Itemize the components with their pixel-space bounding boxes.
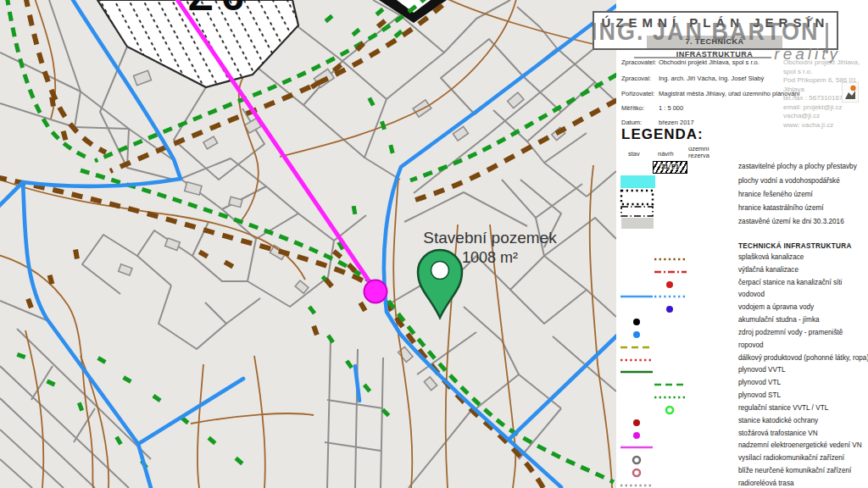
area-legend-label: hranice řešeného území: [738, 191, 865, 198]
infra-legend-label: plynovod VVTL: [738, 366, 868, 374]
infra-legend-row: vysílací radiokomunikační zařízení: [618, 453, 689, 463]
infra-legend-label: blíže neurčené komunikační zařízení: [738, 467, 868, 474]
built-area-swatch: [621, 218, 654, 229]
infra-legend-label: vodojem a úpravna vody: [738, 303, 868, 311]
legend-col-navrh: návrh: [658, 150, 674, 158]
infra-legend-label: výtlačná kanalizace: [738, 266, 868, 274]
parcel-label-line1: Stavební pozemek: [423, 229, 557, 247]
infra-legend-label: dálkový produktovod (pohonné látky, ropa…: [738, 354, 868, 362]
contact-line: vacha@ji.cz: [783, 112, 866, 121]
infra-legend-label: vodovod: [738, 291, 868, 298]
infra-legend-row: plynovod VTL: [618, 378, 689, 388]
infra-legend-label: regulační stanice VVTL / VTL: [738, 404, 868, 412]
zone-number-label: Z6: [188, 0, 253, 19]
infra-legend-row: dálkový produktovod (pohonné látky, ropa…: [618, 353, 689, 363]
info-row-label: Měřítko:: [621, 104, 659, 112]
parcel-label-line2: 1008 m²: [462, 249, 518, 266]
watermark-reality: reality: [760, 45, 841, 64]
infra-legend-label: stožárová trafostanice VN: [738, 430, 868, 437]
reality-underline: [634, 57, 771, 58]
infra-legend-label: plynovod STL: [738, 391, 868, 399]
agency-logo: [842, 82, 859, 103]
infra-legend-label: čerpací stanice na kanalizační síti: [738, 279, 868, 286]
infra-legend-row: čerpací stanice na kanalizační síti: [618, 278, 689, 288]
info-row-label: Pořizovatel:: [621, 90, 659, 97]
area-legend-label: hranice katastrálního území: [738, 204, 865, 212]
water-area-swatch: [620, 175, 655, 188]
infra-legend-row: nadzemní elektroenergetické vedení VN: [618, 441, 689, 451]
infra-legend-label: zdroj podzemní vody - prameniště: [738, 329, 868, 336]
infra-legend-label: plynovod VTL: [738, 379, 868, 386]
infra-legend-row: výtlačná kanalizace: [618, 265, 689, 275]
area-legend-label: zastavěné území ke dni 30.3.2016: [738, 218, 865, 225]
infra-legend-label: ropovod: [738, 341, 868, 349]
plan-title: ÚZEMNÍ PLÁN JERSÍN: [594, 15, 837, 30]
infra-legend-heading: TECHNICKÁ INFRASTRUKTURA: [738, 242, 852, 250]
infra-legend-label: splašková kanalizace: [738, 253, 868, 261]
infra-legend-row: stožárová trafostanice VN: [618, 429, 689, 439]
infra-legend-label: stanice katodické ochrany: [738, 417, 868, 424]
infra-legend-row: splašková kanalizace: [618, 252, 689, 263]
boundary-swatches: [618, 189, 657, 219]
legend-col-stav: stav: [628, 150, 640, 158]
infra-legend-row: regulační stanice VVTL / VTL: [618, 403, 689, 413]
area-legend-label: plochy vodní a vodohospodářské: [738, 177, 865, 185]
infra-legend-row: ropovod: [618, 341, 689, 351]
infra-legend-row: stanice katodické ochrany: [618, 416, 689, 426]
infra-legend-row: plynovod VVTL: [618, 365, 689, 375]
zone-swatch: Z1, P1: [653, 161, 687, 174]
legend-heading: LEGENDA:: [621, 126, 704, 143]
transformer-station-symbol: [364, 280, 387, 303]
legend-col-rezerva: územní rezerva: [688, 146, 714, 159]
info-row-label: Zpracovatel:: [621, 58, 659, 66]
infra-legend-label: vysílací radiokomunikační zařízení: [738, 454, 868, 462]
infra-legend-row: vodojem a úpravna vody: [618, 302, 689, 313]
info-row-label: Zpracoval:: [621, 75, 659, 82]
infra-legend-row: radioreléová trasa: [618, 479, 689, 488]
contact-line: www: vacha.ji.cz: [783, 121, 866, 130]
infra-legend-row: zdroj podzemní vody - prameniště: [618, 328, 689, 338]
infra-legend-label: radioreléová trasa: [738, 480, 868, 487]
infra-legend-row: plynovod STL: [618, 391, 689, 401]
area-legend-label: zastavitelné plochy a plochy přestavby: [738, 163, 865, 170]
infra-legend-row: vodovod: [618, 290, 689, 300]
infra-legend-row: akumulační studna - jímka: [618, 315, 689, 325]
infra-legend-label: nadzemní elektroenergetické vedení VN: [738, 441, 868, 449]
info-row-label: Datum:: [621, 119, 659, 126]
infra-legend-label: akumulační studna - jímka: [738, 316, 868, 324]
plan-viewer: Z6: [0, 0, 868, 488]
infra-legend-row: blíže neurčené komunikační zařízení: [618, 466, 689, 476]
contact-line: email: projekt@ji.cz: [783, 103, 866, 113]
